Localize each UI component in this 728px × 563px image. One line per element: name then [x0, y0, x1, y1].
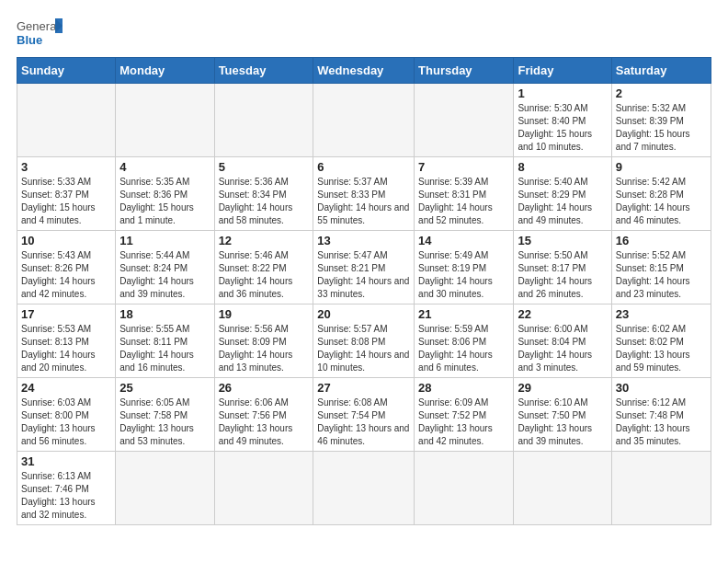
calendar-cell: 2Sunrise: 5:32 AM Sunset: 8:39 PM Daylig…	[611, 84, 711, 157]
calendar-week-row-5: 31Sunrise: 6:13 AM Sunset: 7:46 PM Dayli…	[17, 452, 711, 525]
calendar-week-row-1: 3Sunrise: 5:33 AM Sunset: 8:37 PM Daylig…	[17, 157, 711, 231]
day-number: 28	[418, 381, 509, 395]
calendar-table: SundayMondayTuesdayWednesdayThursdayFrid…	[17, 57, 711, 525]
day-info: Sunrise: 5:49 AM Sunset: 8:19 PM Dayligh…	[418, 249, 509, 301]
day-info: Sunrise: 5:39 AM Sunset: 8:31 PM Dayligh…	[418, 176, 509, 227]
calendar-cell	[514, 452, 611, 525]
day-number: 6	[317, 160, 410, 174]
calendar-weekday-thursday: Thursday	[415, 58, 514, 84]
day-number: 8	[518, 160, 607, 174]
day-number: 20	[317, 307, 410, 321]
calendar-cell: 31Sunrise: 6:13 AM Sunset: 7:46 PM Dayli…	[17, 452, 116, 525]
calendar-cell	[116, 452, 214, 525]
calendar-cell: 23Sunrise: 6:02 AM Sunset: 8:02 PM Dayli…	[611, 304, 711, 378]
day-info: Sunrise: 5:53 AM Sunset: 8:13 PM Dayligh…	[21, 323, 111, 374]
calendar-cell	[116, 84, 214, 157]
calendar-cell: 22Sunrise: 6:00 AM Sunset: 8:04 PM Dayli…	[514, 304, 611, 378]
calendar-cell: 5Sunrise: 5:36 AM Sunset: 8:34 PM Daylig…	[214, 157, 313, 231]
calendar-cell: 16Sunrise: 5:52 AM Sunset: 8:15 PM Dayli…	[611, 231, 711, 304]
calendar-cell: 30Sunrise: 6:12 AM Sunset: 7:48 PM Dayli…	[611, 378, 711, 452]
day-number: 5	[219, 160, 310, 174]
svg-text:General: General	[17, 19, 59, 33]
calendar-cell: 25Sunrise: 6:05 AM Sunset: 7:58 PM Dayli…	[116, 378, 214, 452]
day-number: 11	[119, 234, 210, 247]
calendar-cell: 7Sunrise: 5:39 AM Sunset: 8:31 PM Daylig…	[415, 157, 514, 231]
day-number: 15	[518, 234, 607, 247]
day-number: 23	[616, 307, 707, 321]
day-info: Sunrise: 6:05 AM Sunset: 7:58 PM Dayligh…	[119, 396, 210, 448]
day-info: Sunrise: 5:57 AM Sunset: 8:08 PM Dayligh…	[317, 323, 410, 374]
calendar-cell: 17Sunrise: 5:53 AM Sunset: 8:13 PM Dayli…	[17, 304, 116, 378]
day-info: Sunrise: 5:59 AM Sunset: 8:06 PM Dayligh…	[418, 323, 509, 374]
calendar-cell: 10Sunrise: 5:43 AM Sunset: 8:26 PM Dayli…	[17, 231, 116, 304]
day-info: Sunrise: 6:09 AM Sunset: 7:52 PM Dayligh…	[418, 396, 509, 448]
day-number: 17	[21, 307, 111, 321]
calendar-weekday-tuesday: Tuesday	[214, 58, 313, 84]
day-number: 14	[418, 234, 509, 247]
calendar-cell: 13Sunrise: 5:47 AM Sunset: 8:21 PM Dayli…	[313, 231, 415, 304]
calendar-week-row-2: 10Sunrise: 5:43 AM Sunset: 8:26 PM Dayli…	[17, 231, 711, 304]
calendar-cell: 1Sunrise: 5:30 AM Sunset: 8:40 PM Daylig…	[514, 84, 611, 157]
day-info: Sunrise: 6:13 AM Sunset: 7:46 PM Dayligh…	[21, 470, 111, 522]
day-number: 19	[219, 307, 310, 321]
header: General Blue	[17, 17, 711, 50]
day-info: Sunrise: 5:37 AM Sunset: 8:33 PM Dayligh…	[317, 176, 410, 227]
calendar-cell	[214, 452, 313, 525]
day-info: Sunrise: 5:36 AM Sunset: 8:34 PM Dayligh…	[219, 176, 310, 227]
day-info: Sunrise: 5:55 AM Sunset: 8:11 PM Dayligh…	[119, 323, 210, 374]
day-info: Sunrise: 5:56 AM Sunset: 8:09 PM Dayligh…	[219, 323, 310, 374]
calendar-cell: 3Sunrise: 5:33 AM Sunset: 8:37 PM Daylig…	[17, 157, 116, 231]
calendar-cell: 21Sunrise: 5:59 AM Sunset: 8:06 PM Dayli…	[415, 304, 514, 378]
calendar-weekday-saturday: Saturday	[611, 58, 711, 84]
day-number: 13	[317, 234, 410, 247]
day-number: 29	[518, 381, 607, 395]
day-number: 18	[119, 307, 210, 321]
day-number: 30	[616, 381, 707, 395]
day-number: 9	[616, 160, 707, 174]
calendar-cell	[313, 452, 415, 525]
day-number: 4	[119, 160, 210, 174]
day-info: Sunrise: 6:08 AM Sunset: 7:54 PM Dayligh…	[317, 396, 410, 448]
calendar-cell	[611, 452, 711, 525]
day-info: Sunrise: 5:46 AM Sunset: 8:22 PM Dayligh…	[219, 249, 310, 301]
calendar-weekday-wednesday: Wednesday	[313, 58, 415, 84]
calendar-cell: 26Sunrise: 6:06 AM Sunset: 7:56 PM Dayli…	[214, 378, 313, 452]
page: General Blue SundayMondayTuesdayWednesda…	[0, 0, 728, 563]
calendar-week-row-0: 1Sunrise: 5:30 AM Sunset: 8:40 PM Daylig…	[17, 84, 711, 157]
calendar-cell: 24Sunrise: 6:03 AM Sunset: 8:00 PM Dayli…	[17, 378, 116, 452]
calendar-cell: 19Sunrise: 5:56 AM Sunset: 8:09 PM Dayli…	[214, 304, 313, 378]
day-number: 7	[418, 160, 509, 174]
calendar-weekday-monday: Monday	[116, 58, 214, 84]
day-number: 3	[21, 160, 111, 174]
day-number: 24	[21, 381, 111, 395]
day-number: 10	[21, 234, 111, 247]
day-number: 27	[317, 381, 410, 395]
calendar-cell	[415, 84, 514, 157]
calendar-cell: 8Sunrise: 5:40 AM Sunset: 8:29 PM Daylig…	[514, 157, 611, 231]
calendar-cell	[17, 84, 116, 157]
day-info: Sunrise: 5:32 AM Sunset: 8:39 PM Dayligh…	[616, 102, 707, 154]
day-info: Sunrise: 6:00 AM Sunset: 8:04 PM Dayligh…	[518, 323, 607, 374]
day-number: 16	[616, 234, 707, 247]
day-number: 21	[418, 307, 509, 321]
day-info: Sunrise: 5:47 AM Sunset: 8:21 PM Dayligh…	[317, 249, 410, 301]
day-number: 12	[219, 234, 310, 247]
day-number: 2	[616, 86, 707, 100]
calendar-cell: 6Sunrise: 5:37 AM Sunset: 8:33 PM Daylig…	[313, 157, 415, 231]
day-info: Sunrise: 6:06 AM Sunset: 7:56 PM Dayligh…	[219, 396, 310, 448]
calendar-cell: 20Sunrise: 5:57 AM Sunset: 8:08 PM Dayli…	[313, 304, 415, 378]
logo-svg: General Blue	[17, 17, 63, 50]
day-number: 22	[518, 307, 607, 321]
day-number: 1	[518, 86, 607, 100]
calendar-header-row: SundayMondayTuesdayWednesdayThursdayFrid…	[17, 58, 711, 84]
calendar-cell: 15Sunrise: 5:50 AM Sunset: 8:17 PM Dayli…	[514, 231, 611, 304]
day-info: Sunrise: 5:40 AM Sunset: 8:29 PM Dayligh…	[518, 176, 607, 227]
day-number: 25	[119, 381, 210, 395]
day-info: Sunrise: 5:35 AM Sunset: 8:36 PM Dayligh…	[119, 176, 210, 227]
calendar-cell	[313, 84, 415, 157]
calendar-cell: 14Sunrise: 5:49 AM Sunset: 8:19 PM Dayli…	[415, 231, 514, 304]
calendar-cell: 18Sunrise: 5:55 AM Sunset: 8:11 PM Dayli…	[116, 304, 214, 378]
day-info: Sunrise: 5:30 AM Sunset: 8:40 PM Dayligh…	[518, 102, 607, 154]
day-number: 31	[21, 454, 111, 468]
calendar-cell: 28Sunrise: 6:09 AM Sunset: 7:52 PM Dayli…	[415, 378, 514, 452]
